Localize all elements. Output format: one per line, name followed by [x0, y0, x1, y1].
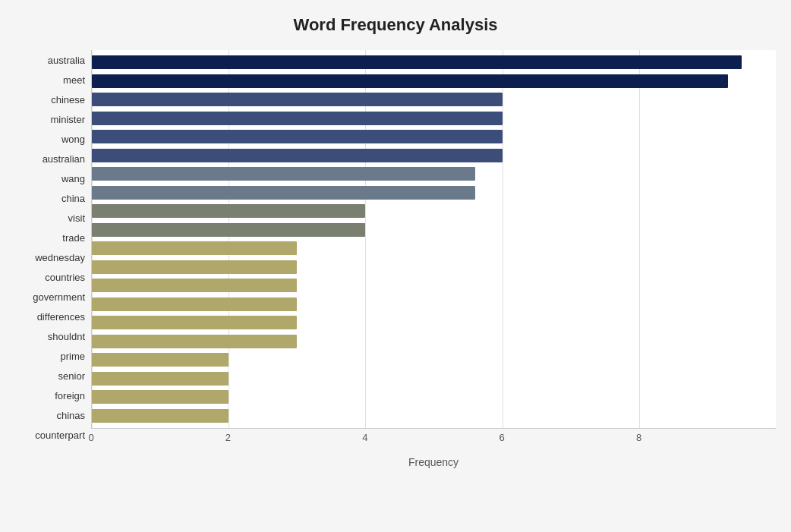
bar-row	[92, 277, 776, 294]
bar-row	[92, 54, 776, 71]
y-label: shouldnt	[48, 327, 85, 347]
bar	[92, 353, 228, 367]
bar-row	[92, 351, 776, 368]
bar-row	[92, 184, 776, 201]
bar	[92, 204, 365, 218]
bars-wrapper	[92, 50, 776, 428]
bar	[92, 316, 297, 329]
bar-row	[92, 259, 776, 275]
y-label: counterpart	[35, 426, 85, 445]
x-axis-labels: 02468	[91, 432, 776, 455]
bar	[92, 372, 228, 386]
bar-row	[92, 389, 776, 405]
bar-row	[92, 203, 776, 219]
bar	[92, 130, 503, 143]
bar	[92, 149, 503, 162]
x-tick: 6	[499, 432, 505, 443]
x-tick: 0	[88, 432, 93, 443]
bar-row	[92, 222, 776, 238]
y-label: chinese	[51, 90, 85, 109]
bar-row	[92, 408, 776, 424]
y-label: senior	[58, 367, 85, 386]
bar	[92, 390, 228, 404]
y-label: prime	[60, 347, 85, 367]
bar-row	[92, 73, 776, 90]
bar	[92, 93, 503, 106]
y-label: australia	[48, 50, 85, 70]
y-label: minister	[50, 109, 85, 129]
bar	[92, 279, 297, 292]
y-label: visit	[68, 208, 85, 228]
bar	[92, 335, 297, 348]
bar-row	[92, 240, 776, 257]
bar	[92, 241, 297, 255]
x-axis-title: Frequency	[91, 456, 776, 468]
bar	[92, 55, 742, 69]
y-axis: australiameetchineseministerwongaustrali…	[15, 50, 91, 468]
chart-title: Word Frequency Analysis	[15, 15, 776, 35]
bar-row	[92, 147, 776, 164]
bar	[92, 223, 365, 237]
y-label: meet	[63, 70, 85, 90]
bars-section	[91, 50, 776, 429]
y-label: countries	[45, 268, 85, 288]
bar-row	[92, 165, 776, 182]
y-label: china	[61, 188, 85, 208]
bar	[92, 74, 728, 88]
y-label: chinas	[56, 406, 85, 426]
chart-container: Word Frequency Analysis australiameetchi…	[0, 0, 791, 532]
plot-area: 02468 Frequency	[91, 50, 776, 468]
bar-row	[92, 370, 776, 387]
y-label: foreign	[55, 386, 85, 406]
y-label: wednesday	[35, 247, 85, 267]
bar	[92, 186, 475, 200]
bar	[92, 112, 503, 125]
bar	[92, 167, 475, 181]
y-label: government	[33, 288, 85, 307]
y-label: wang	[61, 168, 85, 188]
x-tick: 4	[362, 432, 367, 443]
x-tick: 8	[636, 432, 641, 443]
y-label: australian	[43, 149, 85, 168]
bar	[92, 260, 297, 274]
bar-row	[92, 91, 776, 108]
y-label: wong	[61, 129, 85, 149]
bar-row	[92, 314, 776, 331]
y-label: differences	[37, 307, 85, 327]
bar-row	[92, 296, 776, 313]
bar-row	[92, 128, 776, 145]
bar-row	[92, 333, 776, 350]
x-tick: 2	[225, 432, 231, 443]
bar-row	[92, 110, 776, 127]
bar	[92, 297, 297, 311]
chart-area: australiameetchineseministerwongaustrali…	[15, 50, 776, 468]
y-label: trade	[62, 228, 85, 247]
bar	[92, 409, 228, 423]
